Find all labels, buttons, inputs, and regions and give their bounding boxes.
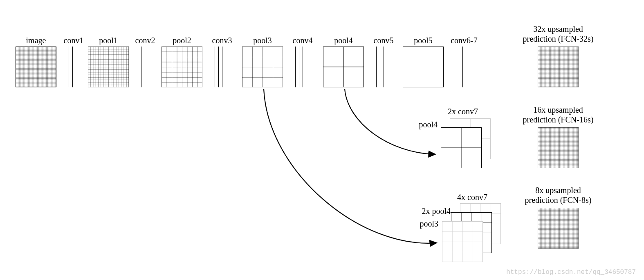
label-p16-line1: 16x upsampled — [511, 105, 605, 115]
label-pool1: pool1 — [88, 36, 129, 45]
svg-rect-6 — [242, 47, 283, 87]
fcn-diagram: image conv1 pool1 conv2 pool2 conv3 pool… — [0, 0, 644, 280]
fuse16-front — [441, 127, 482, 168]
label-p16-line2: prediction (FCN-16s) — [511, 115, 605, 124]
output-fcn16s — [538, 127, 579, 168]
block-pool1 — [88, 47, 129, 87]
block-pool2 — [162, 47, 202, 87]
output-fcn32s — [538, 47, 579, 87]
label-fuse16-top: 2x conv7 — [448, 107, 478, 116]
label-p8-line1: 8x upsampled — [511, 186, 605, 195]
label-fuse16-left: pool4 — [413, 120, 438, 129]
block-pool3 — [242, 47, 283, 87]
svg-rect-3 — [16, 47, 56, 87]
block-conv3 — [215, 47, 222, 87]
svg-rect-12 — [538, 127, 579, 168]
block-pool4 — [323, 47, 364, 87]
label-image: image — [16, 36, 56, 45]
label-pool3: pool3 — [242, 36, 283, 45]
svg-rect-4 — [88, 47, 129, 87]
svg-rect-5 — [162, 47, 202, 87]
block-conv5 — [376, 47, 384, 87]
block-conv4 — [295, 47, 303, 87]
label-conv2: conv2 — [131, 36, 159, 45]
label-fuse8-bot: pool3 — [414, 219, 438, 229]
label-fuse8-mid: 2x pool4 — [414, 207, 451, 216]
svg-rect-13 — [538, 208, 579, 249]
label-pool4: pool4 — [323, 36, 364, 45]
svg-rect-26 — [442, 221, 483, 262]
label-pool2: pool2 — [162, 36, 202, 45]
label-conv4: conv4 — [286, 36, 319, 45]
label-conv67: conv6-7 — [446, 36, 482, 45]
label-pool5: pool5 — [403, 36, 444, 45]
block-pool5 — [403, 47, 444, 87]
label-p8-line2: prediction (FCN-8s) — [511, 196, 605, 205]
block-image — [16, 47, 56, 87]
watermark: https://blog.csdn.net/qq_34650787 — [506, 269, 636, 276]
block-conv67 — [459, 47, 463, 87]
output-fcn8s — [538, 208, 579, 249]
block-conv2 — [141, 47, 145, 87]
label-p32-line2: prediction (FCN-32s) — [511, 34, 605, 44]
fuse8-front — [442, 221, 483, 262]
label-fuse8-top: 4x conv7 — [457, 193, 487, 202]
label-p32-line1: 32x upsampled — [511, 24, 605, 34]
block-conv1 — [69, 47, 73, 87]
label-conv5: conv5 — [367, 36, 400, 45]
svg-rect-10 — [403, 47, 444, 87]
label-conv1: conv1 — [59, 36, 88, 45]
svg-rect-11 — [538, 47, 579, 87]
label-conv3: conv3 — [206, 36, 238, 45]
